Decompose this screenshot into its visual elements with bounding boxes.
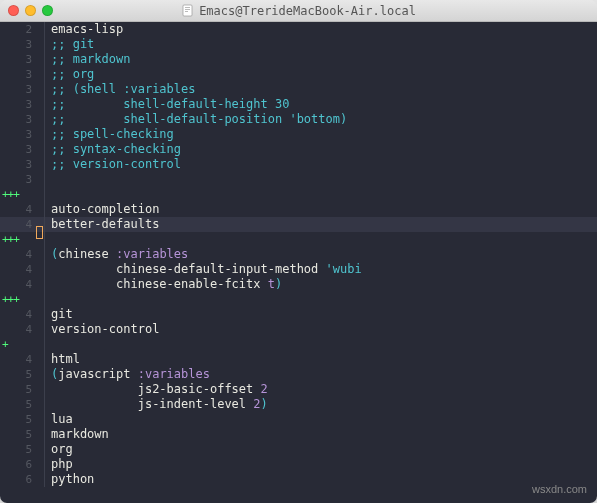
line-content[interactable]: python (47, 472, 94, 487)
line-content[interactable]: (javascript :variables (47, 367, 210, 382)
code-line[interactable]: 5markdown (0, 427, 597, 442)
line-content[interactable]: php (47, 457, 73, 472)
line-content[interactable]: ;; git (47, 37, 94, 52)
fold-bar (44, 127, 45, 142)
svg-rect-0 (183, 5, 192, 16)
line-content[interactable]: ;; (shell :variables (47, 82, 196, 97)
zoom-icon[interactable] (42, 5, 53, 16)
gutter: 4 (0, 352, 44, 367)
fold-bar (44, 67, 45, 82)
fold-bar (44, 292, 45, 307)
gutter: 5 (0, 412, 44, 427)
gutter: 3 (0, 112, 44, 127)
code-line[interactable]: 4 chinese-enable-fcitx t) (0, 277, 597, 292)
gutter: +++ (0, 232, 44, 247)
line-content[interactable]: (chinese :variables (47, 247, 188, 262)
code-token: t (268, 277, 275, 291)
line-content[interactable]: better-defaults (47, 217, 159, 232)
code-line[interactable]: 3 (0, 172, 597, 187)
fold-bar (44, 202, 45, 217)
fold-bar (44, 157, 45, 172)
gutter: +++ (0, 292, 44, 307)
fold-bar (44, 427, 45, 442)
line-content[interactable]: org (47, 442, 73, 457)
code-line[interactable]: 3;; syntax-checking (0, 142, 597, 157)
line-content[interactable]: js2-basic-offset 2 (47, 382, 268, 397)
line-content[interactable]: git (47, 307, 73, 322)
code-line[interactable]: 3;; markdown (0, 52, 597, 67)
code-line[interactable]: +++ (0, 187, 597, 202)
line-number: 3 (18, 172, 36, 187)
line-content[interactable]: ;; shell-default-height 30 (47, 97, 289, 112)
line-content[interactable]: emacs-lisp (47, 22, 123, 37)
line-content[interactable]: lua (47, 412, 73, 427)
code-line[interactable]: 3;; shell-default-position 'bottom) (0, 112, 597, 127)
editor-area[interactable]: 2emacs-lisp3;; git3;; markdown3;; org3;;… (0, 22, 597, 503)
line-number: 4 (18, 217, 36, 232)
line-number: 3 (18, 142, 36, 157)
code-line[interactable]: 4auto-completion (0, 202, 597, 217)
code-token: ;; syntax-checking (51, 142, 181, 156)
fold-bar (44, 217, 45, 232)
line-content[interactable]: ;; syntax-checking (47, 142, 181, 157)
code-line[interactable]: +++ (0, 232, 597, 247)
code-line[interactable]: 3;; spell-checking (0, 127, 597, 142)
code-token: php (51, 457, 73, 471)
code-line[interactable]: 6php (0, 457, 597, 472)
gutter: 3 (0, 142, 44, 157)
code-line[interactable]: 4html (0, 352, 597, 367)
code-token: javascript (58, 367, 137, 381)
code-token: auto-completion (51, 202, 159, 216)
code-line[interactable]: 5lua (0, 412, 597, 427)
code-line[interactable]: 4(chinese :variables (0, 247, 597, 262)
code-line[interactable]: 3;; org (0, 67, 597, 82)
line-number: 5 (18, 367, 36, 382)
code-line[interactable]: 4better-defaults (0, 217, 597, 232)
gutter: 5 (0, 382, 44, 397)
line-content[interactable]: html (47, 352, 80, 367)
code-line[interactable]: 5org (0, 442, 597, 457)
code-line[interactable]: 5(javascript :variables (0, 367, 597, 382)
line-content[interactable]: auto-completion (47, 202, 159, 217)
code-line[interactable]: 5 js-indent-level 2) (0, 397, 597, 412)
line-content[interactable]: ;; markdown (47, 52, 130, 67)
line-content[interactable]: ;; shell-default-position 'bottom) (47, 112, 347, 127)
code-token: js2-basic-offset (51, 382, 261, 396)
line-number: 3 (18, 37, 36, 52)
gutter: 5 (0, 367, 44, 382)
code-line[interactable]: 4git (0, 307, 597, 322)
close-icon[interactable] (8, 5, 19, 16)
code-line[interactable]: 3;; version-control (0, 157, 597, 172)
gutter: 3 (0, 127, 44, 142)
line-number: 2 (18, 22, 36, 37)
line-content[interactable]: ;; org (47, 67, 94, 82)
code-line[interactable]: 4version-control (0, 322, 597, 337)
line-content[interactable]: chinese-enable-fcitx t) (47, 277, 282, 292)
code-line[interactable]: 3;; (shell :variables (0, 82, 597, 97)
code-line[interactable]: +++ (0, 292, 597, 307)
svg-rect-1 (185, 7, 190, 8)
code-token: python (51, 472, 94, 486)
code-area[interactable]: 2emacs-lisp3;; git3;; markdown3;; org3;;… (0, 22, 597, 503)
code-line[interactable]: 2emacs-lisp (0, 22, 597, 37)
line-content[interactable]: version-control (47, 322, 159, 337)
fold-bar (44, 397, 45, 412)
line-number: 5 (18, 412, 36, 427)
code-line[interactable]: 6python (0, 472, 597, 487)
code-line[interactable]: + (0, 337, 597, 352)
line-content[interactable]: ;; spell-checking (47, 127, 174, 142)
code-line[interactable]: 4 chinese-default-input-method 'wubi (0, 262, 597, 277)
line-number: 5 (18, 427, 36, 442)
line-content[interactable]: ;; version-control (47, 157, 181, 172)
code-line[interactable]: 3;; shell-default-height 30 (0, 97, 597, 112)
gutter: 6 (0, 472, 44, 487)
line-number: 3 (18, 67, 36, 82)
code-token: ;; shell-default-position 'bottom) (51, 112, 347, 126)
gutter: 3 (0, 67, 44, 82)
minimize-icon[interactable] (25, 5, 36, 16)
code-line[interactable]: 5 js2-basic-offset 2 (0, 382, 597, 397)
line-content[interactable]: chinese-default-input-method 'wubi (47, 262, 362, 277)
line-content[interactable]: markdown (47, 427, 109, 442)
line-content[interactable]: js-indent-level 2) (47, 397, 268, 412)
code-line[interactable]: 3;; git (0, 37, 597, 52)
